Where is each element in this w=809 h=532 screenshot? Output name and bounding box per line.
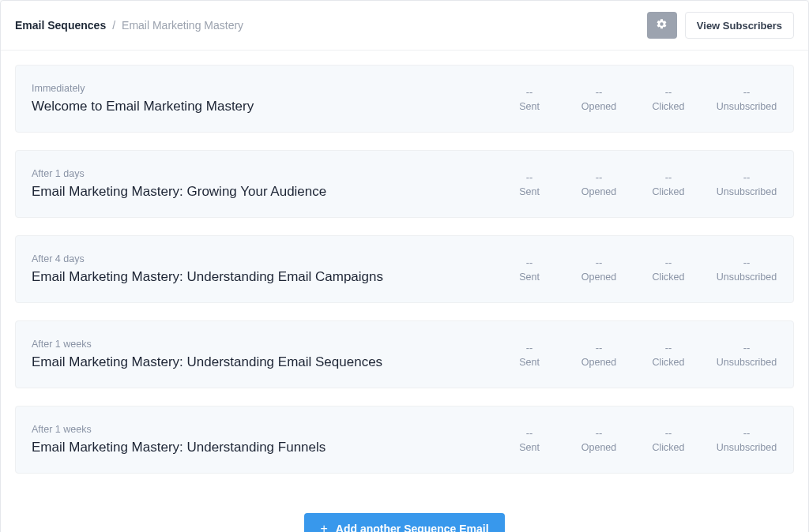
stat-value: -- xyxy=(507,342,551,354)
stat-label: Sent xyxy=(507,272,551,283)
email-delay: After 4 days xyxy=(32,253,507,264)
add-button-label: Add another Sequence Email xyxy=(336,523,489,532)
stat-opened: -- Opened xyxy=(577,171,621,197)
email-card[interactable]: Immediately Welcome to Email Marketing M… xyxy=(15,65,794,133)
stat-opened: -- Opened xyxy=(577,427,621,453)
stat-value: -- xyxy=(646,86,690,98)
stat-unsubscribed: -- Unsubscribed xyxy=(716,171,777,197)
stat-value: -- xyxy=(716,427,777,439)
stat-unsubscribed: -- Unsubscribed xyxy=(716,86,777,112)
stat-sent: -- Sent xyxy=(507,257,551,283)
stat-sent: -- Sent xyxy=(507,427,551,453)
stat-sent: -- Sent xyxy=(507,86,551,112)
email-card[interactable]: After 1 weeks Email Marketing Mastery: U… xyxy=(15,406,794,474)
content: Immediately Welcome to Email Marketing M… xyxy=(1,51,808,532)
stat-value: -- xyxy=(646,342,690,354)
stat-label: Opened xyxy=(577,186,621,197)
stat-clicked: -- Clicked xyxy=(646,86,690,112)
email-card[interactable]: After 1 days Email Marketing Mastery: Gr… xyxy=(15,150,794,218)
breadcrumb-separator: / xyxy=(112,19,115,32)
stat-value: -- xyxy=(507,427,551,439)
stat-value: -- xyxy=(577,342,621,354)
stat-opened: -- Opened xyxy=(577,342,621,368)
email-card[interactable]: After 1 weeks Email Marketing Mastery: U… xyxy=(15,320,794,388)
breadcrumb-current: Email Marketing Mastery xyxy=(122,19,243,32)
stat-unsubscribed: -- Unsubscribed xyxy=(716,427,777,453)
stat-opened: -- Opened xyxy=(577,86,621,112)
stat-value: -- xyxy=(716,257,777,268)
stat-value: -- xyxy=(507,86,551,98)
stat-label: Unsubscribed xyxy=(716,442,777,453)
settings-button[interactable] xyxy=(647,12,677,39)
email-stats: -- Sent -- Opened -- Clicked -- Unsubscr… xyxy=(507,257,777,283)
email-list: Immediately Welcome to Email Marketing M… xyxy=(15,65,794,474)
stat-value: -- xyxy=(716,86,777,98)
email-stats: -- Sent -- Opened -- Clicked -- Unsubscr… xyxy=(507,342,777,368)
email-title: Email Marketing Mastery: Understanding E… xyxy=(32,354,507,370)
stat-value: -- xyxy=(716,342,777,354)
stat-unsubscribed: -- Unsubscribed xyxy=(716,342,777,368)
stat-value: -- xyxy=(646,257,690,268)
view-subscribers-button[interactable]: View Subscribers xyxy=(685,12,794,39)
email-stats: -- Sent -- Opened -- Clicked -- Unsubscr… xyxy=(507,171,777,197)
add-button-wrap: + Add another Sequence Email xyxy=(15,491,794,532)
stat-label: Opened xyxy=(577,272,621,283)
page-header: Email Sequences / Email Marketing Master… xyxy=(1,1,808,51)
email-stats: -- Sent -- Opened -- Clicked -- Unsubscr… xyxy=(507,427,777,453)
stat-label: Sent xyxy=(507,186,551,197)
stat-label: Sent xyxy=(507,101,551,112)
email-stats: -- Sent -- Opened -- Clicked -- Unsubscr… xyxy=(507,86,777,112)
plus-icon: + xyxy=(320,523,327,532)
stat-label: Clicked xyxy=(646,186,690,197)
email-info: After 4 days Email Marketing Mastery: Un… xyxy=(32,253,507,285)
email-title: Email Marketing Mastery: Understanding E… xyxy=(32,269,507,285)
stat-value: -- xyxy=(577,257,621,268)
stat-label: Clicked xyxy=(646,272,690,283)
stat-label: Clicked xyxy=(646,101,690,112)
email-title: Email Marketing Mastery: Understanding F… xyxy=(32,440,507,455)
stat-sent: -- Sent xyxy=(507,342,551,368)
page-container: Email Sequences / Email Marketing Master… xyxy=(0,0,809,532)
stat-opened: -- Opened xyxy=(577,257,621,283)
stat-label: Unsubscribed xyxy=(716,272,777,283)
stat-value: -- xyxy=(716,171,777,183)
email-delay: Immediately xyxy=(32,83,507,94)
header-actions: View Subscribers xyxy=(647,12,794,39)
gear-icon xyxy=(656,18,668,32)
email-card[interactable]: After 4 days Email Marketing Mastery: Un… xyxy=(15,235,794,303)
email-info: After 1 days Email Marketing Mastery: Gr… xyxy=(32,168,507,200)
stat-label: Unsubscribed xyxy=(716,357,777,368)
stat-value: -- xyxy=(577,427,621,439)
email-info: After 1 weeks Email Marketing Mastery: U… xyxy=(32,424,507,455)
email-delay: After 1 weeks xyxy=(32,339,507,350)
email-delay: After 1 weeks xyxy=(32,424,507,435)
email-info: Immediately Welcome to Email Marketing M… xyxy=(32,83,507,114)
email-delay: After 1 days xyxy=(32,168,507,179)
stat-clicked: -- Clicked xyxy=(646,257,690,283)
email-title: Email Marketing Mastery: Growing Your Au… xyxy=(32,184,507,200)
stat-label: Sent xyxy=(507,357,551,368)
stat-label: Clicked xyxy=(646,357,690,368)
stat-value: -- xyxy=(646,171,690,183)
stat-clicked: -- Clicked xyxy=(646,427,690,453)
add-sequence-email-button[interactable]: + Add another Sequence Email xyxy=(304,513,504,532)
email-title: Welcome to Email Marketing Mastery xyxy=(32,99,507,114)
stat-clicked: -- Clicked xyxy=(646,342,690,368)
stat-unsubscribed: -- Unsubscribed xyxy=(716,257,777,283)
stat-sent: -- Sent xyxy=(507,171,551,197)
stat-label: Sent xyxy=(507,442,551,453)
stat-value: -- xyxy=(646,427,690,439)
stat-value: -- xyxy=(507,257,551,268)
stat-value: -- xyxy=(577,171,621,183)
stat-value: -- xyxy=(507,171,551,183)
breadcrumb-root[interactable]: Email Sequences xyxy=(15,19,106,32)
stat-label: Opened xyxy=(577,442,621,453)
stat-clicked: -- Clicked xyxy=(646,171,690,197)
stat-label: Unsubscribed xyxy=(716,186,777,197)
stat-label: Opened xyxy=(577,101,621,112)
stat-label: Unsubscribed xyxy=(716,101,777,112)
email-info: After 1 weeks Email Marketing Mastery: U… xyxy=(32,339,507,370)
stat-label: Clicked xyxy=(646,442,690,453)
breadcrumb: Email Sequences / Email Marketing Master… xyxy=(15,19,243,32)
stat-label: Opened xyxy=(577,357,621,368)
